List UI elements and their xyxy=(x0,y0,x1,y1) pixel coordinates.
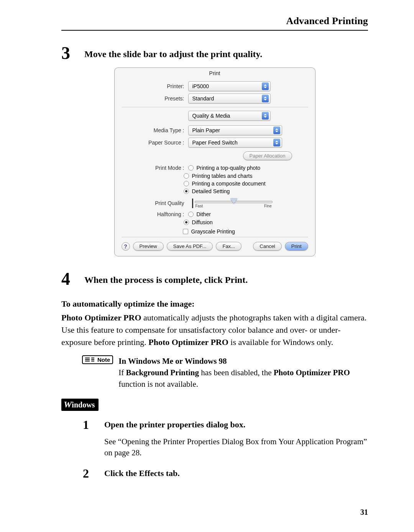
mode-composite: Printing a composite document xyxy=(192,181,266,187)
step-number-4: 4 xyxy=(61,270,84,288)
print-button[interactable]: Print xyxy=(285,242,308,251)
halftoning-dither: Dither xyxy=(197,211,211,217)
note-badge: Note xyxy=(82,355,113,364)
media-type-select[interactable]: Plain Paper xyxy=(188,125,282,135)
divider xyxy=(122,237,308,237)
step-4: 4 When the process is complete, click Pr… xyxy=(61,270,368,288)
step-1-sub: See “Opening the Printer Properties Dial… xyxy=(104,436,368,459)
radio-tables[interactable] xyxy=(184,173,189,179)
presets-select[interactable]: Standard xyxy=(188,94,271,103)
printer-select[interactable]: iP5000 xyxy=(188,81,271,91)
step-4-text: When the process is complete, click Prin… xyxy=(84,270,248,286)
preview-button[interactable]: Preview xyxy=(133,242,164,251)
paper-source-label: Paper Source : xyxy=(123,140,188,146)
print-mode-label: Print Mode : xyxy=(123,165,188,171)
step-1-text: Open the printer properties dialog box. xyxy=(104,419,245,430)
note-block: Note In Windows Me or Windows 98 If Back… xyxy=(82,355,368,390)
presets-value: Standard xyxy=(192,95,214,102)
paper-source-select[interactable]: Paper Feed Switch xyxy=(188,138,282,148)
step-3-text: Move the slide bar to adjust the print q… xyxy=(84,44,262,60)
halftoning-diffusion: Diffusion xyxy=(192,219,213,225)
presets-label: Presets: xyxy=(123,95,188,102)
step-3: 3 Move the slide bar to adjust the print… xyxy=(61,44,368,62)
updown-icon xyxy=(273,126,280,134)
quality-slider[interactable] xyxy=(195,201,273,203)
printer-label: Printer: xyxy=(123,83,188,89)
dialog-title: Print xyxy=(115,68,315,80)
note-heading: In Windows Me or Windows 98 xyxy=(118,355,368,367)
radio-composite[interactable] xyxy=(184,181,189,186)
optimize-text2: is available for Windows only. xyxy=(228,337,333,347)
help-button[interactable]: ? xyxy=(122,242,130,251)
panel-select[interactable]: Quality & Media xyxy=(188,111,271,121)
optimize-section: To automatically optimize the image: Pho… xyxy=(61,298,368,348)
printer-value: iP5000 xyxy=(192,83,209,89)
print-quality-label: Print Quality xyxy=(123,199,188,206)
paper-allocation-button[interactable]: Paper Allocation xyxy=(243,151,292,160)
step-number-3: 3 xyxy=(61,44,84,62)
radio-top-quality[interactable] xyxy=(188,165,194,171)
radio-detailed[interactable] xyxy=(184,189,189,194)
panel-value: Quality & Media xyxy=(192,113,230,119)
updown-icon xyxy=(262,95,269,102)
step-2: 2 Click the Effects tab. xyxy=(83,467,368,479)
media-type-label: Media Type : xyxy=(123,127,188,133)
optimize-bold1: Photo Optimizer PRO xyxy=(61,313,141,322)
radio-dither[interactable] xyxy=(188,212,194,217)
updown-icon xyxy=(262,112,269,120)
step-number-2: 2 xyxy=(83,467,104,479)
mac-print-dialog: Print Printer: iP5000 Presets: Standard … xyxy=(114,67,315,256)
grayscale-checkbox[interactable] xyxy=(183,229,188,234)
step-1: 1 Open the printer properties dialog box… xyxy=(83,419,368,431)
step-2-text: Click the Effects tab. xyxy=(104,467,180,479)
divider xyxy=(122,107,308,107)
optimize-bold2: Photo Optimizer PRO xyxy=(148,337,228,347)
step-number-1: 1 xyxy=(83,419,104,431)
media-type-value: Plain Paper xyxy=(192,127,220,133)
paper-source-value: Paper Feed Switch xyxy=(192,140,238,146)
radio-diffusion[interactable] xyxy=(184,220,189,225)
fax-button[interactable]: Fax... xyxy=(216,242,242,251)
grayscale-label: Grayscale Printing xyxy=(191,228,235,235)
cancel-button[interactable]: Cancel xyxy=(253,242,281,251)
mode-top-quality: Printing a top-quality photo xyxy=(197,165,261,171)
section-header: Advanced Printing xyxy=(61,15,368,31)
slider-thumb[interactable] xyxy=(230,199,237,204)
note-body: If Background Printing has been disabled… xyxy=(118,367,368,390)
optimize-heading: To automatically optimize the image: xyxy=(61,298,368,310)
mode-tables: Printing tables and charts xyxy=(192,173,253,179)
slider-fine-label: Fine xyxy=(264,204,271,208)
slider-fast-label: Fast xyxy=(196,204,203,208)
updown-icon xyxy=(262,82,269,90)
page-number: 31 xyxy=(360,508,368,517)
save-as-pdf-button[interactable]: Save As PDF... xyxy=(167,242,213,251)
mode-detailed: Detailed Setting xyxy=(192,188,230,194)
windows-badge: Windows xyxy=(61,399,99,411)
updown-icon xyxy=(273,139,280,146)
halftoning-label: Halftoning : xyxy=(123,211,188,217)
